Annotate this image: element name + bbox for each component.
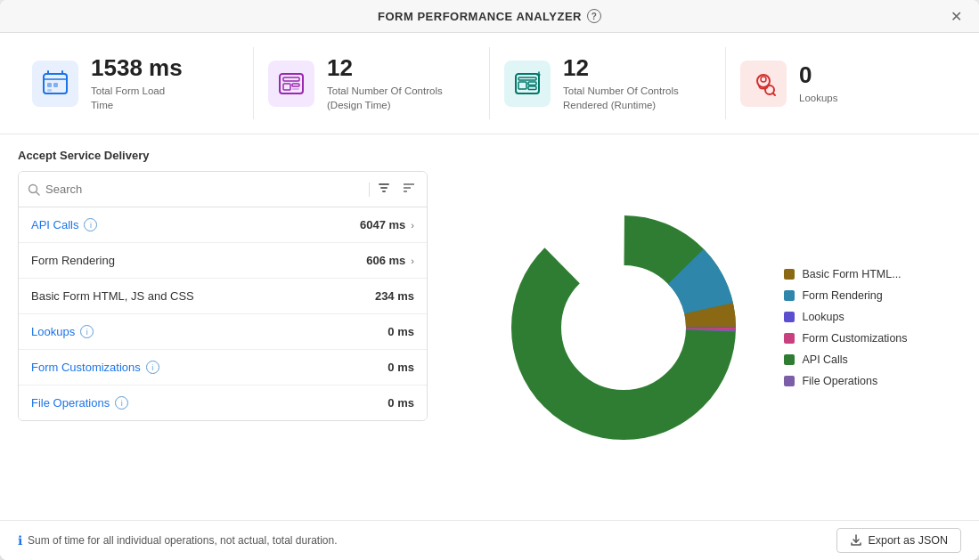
lookups-icon <box>740 61 787 107</box>
filter-icon[interactable] <box>375 179 393 199</box>
legend-color-basic-html <box>784 269 795 280</box>
left-panel: Accept Service Delivery <box>18 149 428 506</box>
list-item: API Calls i 6047 ms › <box>19 207 427 243</box>
list-container: API Calls i 6047 ms › Form Rendering 606… <box>18 171 428 421</box>
metric-value: 12 <box>327 54 443 82</box>
info-icon[interactable]: i <box>146 361 159 374</box>
item-name: API Calls i <box>31 218 360 231</box>
item-name-label[interactable]: Form Customizations <box>31 361 141 374</box>
chart-legend: Basic Form HTML... Form Rendering Lookup… <box>784 268 907 387</box>
window-title: FORM PERFORMANCE ANALYZER <box>378 10 582 23</box>
metric-label: Total Number Of Controls(Design Time) <box>327 84 443 112</box>
item-name-label: Form Rendering <box>31 254 115 267</box>
chart-area: Basic Form HTML... Form Rendering Lookup… <box>499 203 907 452</box>
svg-rect-4 <box>47 83 52 87</box>
item-name-label[interactable]: File Operations <box>31 396 110 410</box>
metric-value: 1538 ms <box>91 54 183 82</box>
chevron-right-icon: › <box>411 256 414 266</box>
export-icon <box>850 534 862 547</box>
legend-item: Form Rendering <box>784 289 907 302</box>
footer-note: ℹ Sum of time for all individual operati… <box>18 533 338 548</box>
item-value: 6047 ms <box>360 218 405 231</box>
close-button[interactable]: ✕ <box>945 5 967 27</box>
export-label: Export as JSON <box>868 534 948 547</box>
metrics-bar: 1538 ms Total Form LoadTime 12 Total Num… <box>0 33 979 134</box>
donut-center <box>564 267 683 386</box>
donut-chart <box>499 203 748 452</box>
content-area: Accept Service Delivery <box>0 134 979 520</box>
list-item: Form Customizations i 0 ms <box>19 350 427 386</box>
svg-line-20 <box>773 93 776 95</box>
search-icon <box>28 183 40 196</box>
footer-bar: ℹ Sum of time for all individual operati… <box>0 520 979 560</box>
item-name-label[interactable]: API Calls <box>31 218 78 231</box>
info-icon[interactable]: i <box>115 396 128 410</box>
item-value: 234 ms <box>375 289 414 303</box>
metric-label: Total Form LoadTime <box>91 84 183 112</box>
svg-rect-14 <box>518 82 526 89</box>
legend-item: Form Customizations <box>784 332 907 345</box>
footer-note-text: Sum of time for all individual operation… <box>28 534 338 547</box>
svg-point-18 <box>761 77 766 82</box>
search-divider <box>369 183 370 197</box>
legend-color-form-customizations <box>784 333 795 344</box>
search-input[interactable] <box>45 183 363 196</box>
legend-label: File Operations <box>802 375 877 387</box>
list-item: Basic Form HTML, JS and CSS 234 ms <box>19 279 427 314</box>
item-name-label[interactable]: Lookups <box>31 325 75 338</box>
svg-rect-25 <box>382 191 386 192</box>
controls-runtime-icon <box>504 61 551 107</box>
info-icon: ℹ <box>18 533 22 548</box>
list-item: File Operations i 0 ms <box>19 386 427 420</box>
legend-color-lookups <box>784 312 795 322</box>
svg-rect-15 <box>528 82 536 85</box>
item-value: 0 ms <box>388 396 414 410</box>
chevron-right-icon: › <box>411 220 414 231</box>
metric-load-time: 1538 ms Total Form LoadTime <box>18 47 254 119</box>
metric-lookups-data: 0 Lookups <box>799 61 837 105</box>
metric-controls-design: 12 Total Number Of Controls(Design Time) <box>254 47 490 119</box>
svg-rect-6 <box>47 89 52 92</box>
form-time-icon <box>32 61 78 107</box>
svg-rect-10 <box>292 84 299 86</box>
item-name: Form Rendering <box>31 254 366 267</box>
legend-label: API Calls <box>802 353 847 366</box>
title-bar-content: FORM PERFORMANCE ANALYZER ? <box>378 9 601 23</box>
svg-rect-5 <box>53 83 58 87</box>
svg-rect-9 <box>283 84 290 90</box>
info-icon[interactable]: i <box>80 325 94 338</box>
metric-controls-runtime-data: 12 Total Number Of ControlsRendered (Run… <box>563 54 679 112</box>
svg-rect-8 <box>283 77 299 81</box>
export-button[interactable]: Export as JSON <box>836 528 961 553</box>
item-name: File Operations i <box>31 396 388 410</box>
item-name: Basic Form HTML, JS and CSS <box>31 289 375 303</box>
title-bar: FORM PERFORMANCE ANALYZER ? ✕ <box>0 0 979 33</box>
item-value: 0 ms <box>388 325 414 338</box>
metric-label: Lookups <box>799 91 837 105</box>
main-window: FORM PERFORMANCE ANALYZER ? ✕ 1538 ms <box>0 0 979 560</box>
sort-icon[interactable] <box>400 179 418 199</box>
legend-color-form-rendering <box>784 290 795 301</box>
legend-item: File Operations <box>784 375 907 387</box>
search-bar <box>19 172 427 207</box>
controls-design-icon <box>268 61 314 107</box>
item-value: 606 ms <box>366 254 405 267</box>
legend-color-api-calls <box>784 354 795 365</box>
item-value: 0 ms <box>388 361 414 374</box>
metric-controls-design-data: 12 Total Number Of Controls(Design Time) <box>327 54 443 112</box>
info-icon[interactable]: i <box>84 218 97 231</box>
svg-rect-11 <box>292 88 299 90</box>
help-icon[interactable]: ? <box>587 9 601 23</box>
item-name-label: Basic Form HTML, JS and CSS <box>31 289 194 303</box>
item-name: Lookups i <box>31 325 388 338</box>
svg-rect-23 <box>379 183 389 185</box>
metric-controls-runtime: 12 Total Number Of ControlsRendered (Run… <box>490 47 726 119</box>
right-panel: Basic Form HTML... Form Rendering Lookup… <box>445 149 961 506</box>
metric-load-time-data: 1538 ms Total Form LoadTime <box>91 54 183 112</box>
section-title: Accept Service Delivery <box>18 149 428 162</box>
legend-label: Form Rendering <box>802 289 882 302</box>
svg-line-22 <box>37 191 40 195</box>
legend-label: Lookups <box>802 311 844 323</box>
svg-rect-24 <box>380 187 388 189</box>
svg-rect-13 <box>518 77 536 80</box>
